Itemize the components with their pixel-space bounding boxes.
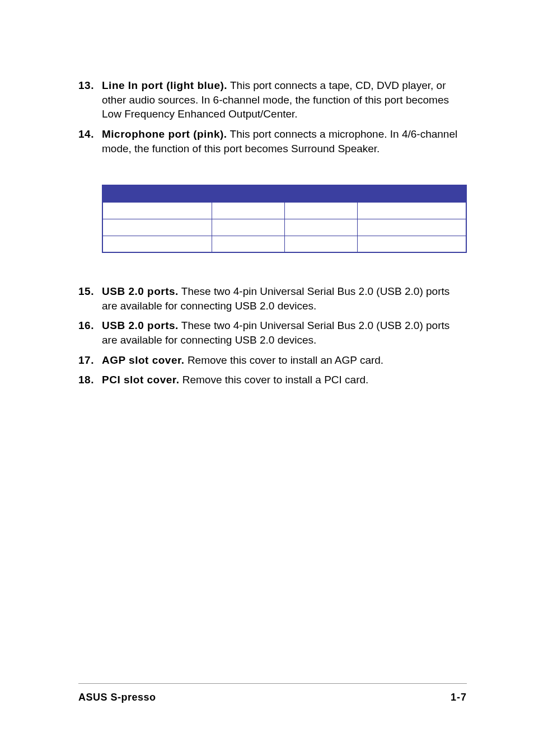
table-header-cell [212,185,284,202]
item-number: 15. [78,284,102,313]
list-item: 14. Microphone port (pink). This port co… [78,127,467,156]
table-header-cell [284,185,357,202]
audio-config-table-wrap [102,185,467,253]
audio-config-table [102,185,467,253]
item-number: 18. [78,373,102,387]
table-cell [102,202,212,219]
footer-page-number: 1-7 [451,692,467,703]
item-title: PCI slot cover. [102,374,179,386]
footer-product: ASUS S-presso [78,692,156,703]
item-title: Microphone port (pink). [102,128,227,140]
item-title: USB 2.0 ports. [102,320,179,331]
table-row [102,236,466,252]
table-header-row [102,185,466,202]
item-desc-text: Remove this cover to install a PCI card. [182,374,369,386]
item-desc-text: Remove this cover to install an AGP card… [188,354,383,366]
item-title: AGP slot cover. [102,354,185,366]
table-cell [102,219,212,236]
table-cell [212,236,284,252]
list-item: 13. Line In port (light blue). This port… [78,78,467,121]
spacer [78,161,467,185]
table-row [102,202,466,219]
footer-rule [78,683,467,684]
table-cell [284,202,357,219]
table-cell [212,219,284,236]
table-header-cell [357,185,466,202]
table-cell [357,219,466,236]
item-title: USB 2.0 ports. [102,285,179,297]
table-cell [102,236,212,252]
list-top: 13. Line In port (light blue). This port… [78,78,467,156]
table-cell [284,219,357,236]
page-footer: ASUS S-presso 1-7 [78,683,467,703]
item-title: Line In port (light blue). [102,79,227,91]
item-number: 14. [78,127,102,156]
table-cell [357,202,466,219]
spacer [78,253,467,284]
list-item: 15. USB 2.0 ports. These two 4-pin Unive… [78,284,467,313]
list-item: 16. USB 2.0 ports. These two 4-pin Unive… [78,318,467,347]
table-cell [284,236,357,252]
table-cell [212,202,284,219]
list-bottom: 15. USB 2.0 ports. These two 4-pin Unive… [78,284,467,387]
table-cell [357,236,466,252]
item-number: 13. [78,78,102,121]
list-item: 18. PCI slot cover. Remove this cover to… [78,373,467,387]
table-row [102,219,466,236]
list-item: 17. AGP slot cover. Remove this cover to… [78,353,467,368]
item-number: 16. [78,318,102,347]
page: 13. Line In port (light blue). This port… [0,0,534,756]
item-number: 17. [78,353,102,368]
table-header-cell [102,185,212,202]
